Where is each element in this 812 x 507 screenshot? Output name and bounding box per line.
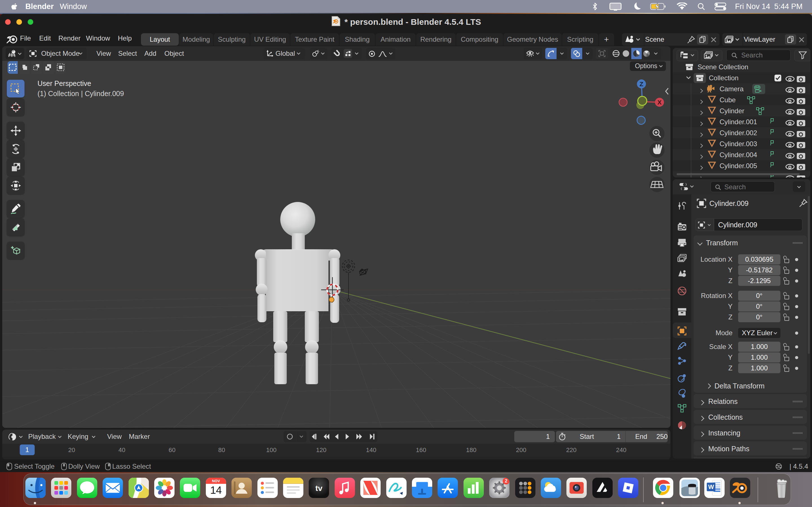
svg-text:W: W [708, 483, 714, 490]
svg-text:X: X [658, 99, 662, 106]
svg-text:2: 2 [505, 478, 507, 483]
svg-text:NOV: NOV [212, 479, 220, 483]
svg-text:Z: Z [640, 80, 643, 88]
svg-text:14: 14 [210, 484, 221, 496]
